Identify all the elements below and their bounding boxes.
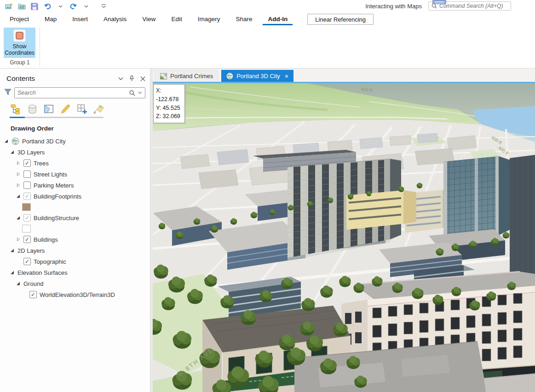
redo-dropdown-icon[interactable] (81, 2, 91, 11)
layer-item-worldelevation3d-terrain3d[interactable]: ✓WorldElevation3D/Terrain3D (0, 289, 150, 300)
pin-icon[interactable] (129, 75, 134, 82)
layer-item-ground[interactable]: Ground (0, 278, 150, 289)
layer-visibility-checkbox[interactable] (23, 170, 31, 178)
redo-icon[interactable] (68, 2, 78, 11)
expander-expanded-icon[interactable] (10, 150, 15, 155)
layer-item-buildingfootprints[interactable]: ✓BuildingFootprints (0, 191, 150, 202)
command-search[interactable] (428, 1, 511, 11)
list-by-drawing-order-icon[interactable] (10, 103, 22, 115)
expander-expanded-icon[interactable] (16, 281, 21, 286)
chevron-down-icon[interactable] (138, 91, 142, 94)
expander-expanded-icon[interactable] (10, 248, 15, 253)
contents-panel-title: Contents (6, 74, 118, 83)
new-project-icon[interactable] (4, 2, 14, 11)
layer-visibility-checkbox[interactable] (23, 182, 31, 189)
expander-collapsed-icon[interactable] (16, 183, 21, 188)
layer-item-3d-layers[interactable]: 3D Layers (0, 147, 150, 158)
layer-item-street-lights[interactable]: Street Lights (0, 169, 150, 180)
view-tab-portland-3d-city[interactable]: Portland 3D City× (221, 70, 293, 82)
expander-collapsed-icon[interactable] (16, 172, 21, 177)
layer-label: WorldElevation3D/Terrain3D (40, 291, 115, 298)
layer-item-2d-layers[interactable]: 2D Layers (0, 245, 150, 256)
ribbon-tab-imagery[interactable]: Imagery (193, 13, 225, 25)
drawing-order-label: Drawing Order (11, 125, 150, 132)
ribbon-tab-add-in[interactable]: Add-In (263, 13, 293, 25)
list-by-data-source-icon[interactable] (26, 103, 39, 115)
ribbon-tab-analysis[interactable]: Analysis (98, 13, 132, 25)
contents-search-input[interactable] (17, 90, 127, 96)
show-coordinates-label: Show Coordinates (4, 43, 35, 56)
contents-search-box[interactable] (14, 87, 145, 98)
command-search-input[interactable] (439, 3, 504, 9)
chevron-down-icon[interactable] (118, 77, 123, 80)
globe-icon (226, 73, 233, 80)
expander-expanded-icon[interactable] (4, 139, 9, 144)
close-tab-icon[interactable]: × (283, 73, 288, 80)
undo-icon[interactable] (42, 2, 52, 11)
coordinate-z: Z: 32.069 (156, 112, 182, 121)
layer-label: BuildingFootprints (34, 193, 81, 200)
layer-label: Parking Meters (34, 182, 74, 189)
layer-visibility-checkbox[interactable]: ✓ (29, 291, 37, 298)
layer-label: Topographic (34, 258, 66, 265)
expander-expanded-icon[interactable] (10, 270, 15, 275)
layer-item-parking-meters[interactable]: Parking Meters (0, 180, 150, 191)
close-icon[interactable] (140, 76, 145, 81)
ribbon-tab-insert[interactable]: Insert (67, 13, 93, 25)
layer-tree: Portland 3D City3D Layers✓TreesStreet Li… (0, 136, 150, 300)
status-text: Interacting with Maps (365, 3, 422, 10)
search-icon (129, 90, 135, 96)
customize-quick-access-icon[interactable] (98, 2, 109, 11)
show-coordinates-icon (13, 29, 26, 42)
list-by-labeling-icon[interactable] (92, 103, 105, 115)
expander-expanded-icon[interactable] (16, 194, 21, 199)
layer-visibility-checkbox[interactable]: ✓ (23, 214, 31, 222)
save-project-icon[interactable] (29, 2, 40, 11)
ribbon-tab-edit[interactable]: Edit (166, 13, 187, 25)
layer-item-buildingstructure[interactable]: ✓BuildingStructure (0, 212, 150, 223)
layer-label: Trees (34, 160, 49, 167)
layer-label: Street Lights (34, 171, 67, 178)
expander-collapsed-icon[interactable] (16, 161, 21, 166)
layer-item-portland-3d-city[interactable]: Portland 3D City (0, 136, 150, 147)
filter-icon[interactable] (4, 88, 12, 98)
layer-label: Buildings (34, 236, 58, 243)
layer-label: Ground (23, 280, 43, 287)
layer-item-buildings[interactable]: ✓Buildings (0, 234, 150, 245)
contents-panel: Contents (0, 68, 150, 392)
layer-visibility-checkbox[interactable]: ✓ (23, 193, 31, 200)
ribbon-tab-share[interactable]: Share (230, 13, 257, 25)
view-tab-label: Portland Crimes (170, 73, 213, 80)
expander-collapsed-icon[interactable] (16, 237, 21, 242)
ribbon-tab-bar: ProjectMapInsertAnalysisViewEditImageryS… (0, 12, 535, 26)
list-by-snapping-icon[interactable] (76, 103, 88, 115)
list-by-editing-icon[interactable] (59, 103, 72, 115)
layer-visibility-checkbox[interactable]: ✓ (23, 159, 31, 167)
layer-visibility-checkbox[interactable]: ✓ (23, 236, 31, 243)
scene-right-dark-wall (510, 155, 535, 284)
layer-item-topographic[interactable]: ✓Topographic (0, 256, 150, 267)
undo-dropdown-icon[interactable] (55, 2, 65, 11)
coordinate-tooltip: X: -122.678 Y: 45.525 Z: 32.069 (153, 84, 185, 123)
scene-viewport[interactable]: 400 ft 400 ft 400 ft W 8TH AVE X: -122.6… (153, 83, 535, 392)
coordinate-y: Y: 45.525 (156, 104, 182, 113)
ribbon-tab-map[interactable]: Map (40, 13, 62, 25)
ribbon-tab-project[interactable]: Project (5, 13, 34, 25)
ribbon-group-separator (40, 27, 40, 67)
show-coordinates-button[interactable]: Show Coordinates (4, 28, 35, 58)
touch-keyboard-icon (432, 0, 446, 4)
layer-label: Portland 3D City (22, 138, 66, 145)
layer-symbol-swatch[interactable] (22, 203, 31, 211)
list-by-selection-icon[interactable] (43, 103, 55, 115)
layer-symbol-swatch[interactable] (22, 225, 31, 233)
view-tab-strip: Portland CrimesPortland 3D City× (153, 68, 535, 82)
linear-referencing-button[interactable]: Linear Referencing (307, 14, 374, 25)
open-project-icon[interactable] (17, 2, 27, 11)
ribbon-tab-view[interactable]: View (137, 13, 161, 25)
layer-item-elevation-surfaces[interactable]: Elevation Surfaces (0, 267, 150, 278)
view-tab-portland-crimes[interactable]: Portland Crimes (155, 70, 218, 82)
scene-3d-view[interactable]: 400 ft 400 ft 400 ft W 8TH AVE (153, 83, 535, 392)
layer-item-trees[interactable]: ✓Trees (0, 158, 150, 169)
layer-visibility-checkbox[interactable]: ✓ (23, 258, 31, 265)
expander-expanded-icon[interactable] (16, 216, 21, 221)
